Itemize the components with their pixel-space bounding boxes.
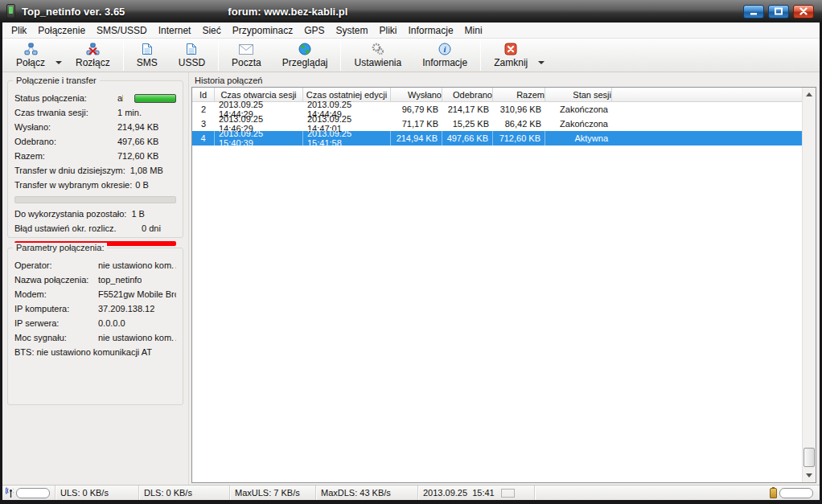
connection-transfer-title: Połączenie i transfer [13, 76, 100, 85]
exit-button[interactable]: Zamknij [483, 39, 538, 72]
column-header-total[interactable]: Razem [493, 88, 545, 101]
menu-system[interactable]: System [331, 23, 374, 38]
exit-icon [504, 43, 517, 56]
menu-informacje[interactable]: Informacje [403, 23, 459, 38]
battery-segment [770, 486, 820, 500]
connection-transfer-group: Połączenie i transfer Status połączenia:… [7, 80, 183, 238]
datetime-segment: 2013.09.25 15:41 [418, 486, 535, 500]
settings-button[interactable]: Ustawienia [343, 39, 412, 72]
connection-params-title: Parametry połączenia: [13, 243, 107, 252]
minimize-icon [749, 8, 758, 15]
phone-app-icon [6, 4, 15, 18]
disconnect-icon [86, 43, 100, 56]
menu-przypominacz[interactable]: Przypominacz [227, 23, 298, 38]
uls-segment: ULS: 0 KB/s [55, 486, 139, 500]
stat-row-billing-error: Błąd ustawień okr. rozlicz. 0 dni [14, 221, 176, 236]
status-indicator [134, 94, 176, 103]
exit-label: Zamknij [494, 57, 528, 68]
stat-row-received: Odebrano: 497,66 KB [14, 134, 176, 149]
poland-flag-icon [501, 489, 515, 498]
stat-row-today-transfer: Transfer w dniu dzisiejszym: 1,08 MB [14, 163, 176, 178]
stat-row-total: Razem: 712,60 KB [14, 149, 176, 163]
connect-button[interactable]: Połącz [6, 39, 55, 72]
exit-dropdown[interactable] [538, 39, 548, 72]
toolbar-separator [218, 39, 219, 71]
param-row-modem: Modem: F5521gw Mobile Broadba [14, 287, 176, 301]
disconnect-button[interactable]: Rozłącz [65, 39, 121, 72]
param-row-connection-name: Nazwa połączenia: top_netinfo [14, 272, 176, 287]
history-panel: Historia połączeń Id Czas otwarcia sesji… [189, 72, 820, 485]
ussd-label: USSD [179, 57, 205, 68]
param-row-signal: Moc sygnału: nie ustawiono kom. AT [14, 330, 176, 345]
triangle-down-icon [806, 473, 812, 477]
info-button[interactable]: i Informacje [412, 39, 478, 72]
ussd-document-icon [186, 43, 197, 56]
chevron-down-icon [55, 61, 62, 64]
maxdls-segment: MaxDLS: 43 KB/s [316, 486, 418, 500]
maximize-button[interactable] [768, 5, 789, 18]
close-button[interactable] [793, 5, 814, 18]
connect-label: Połącz [16, 57, 45, 68]
menu-gps[interactable]: GPS [298, 23, 330, 38]
globe-icon [298, 43, 311, 56]
column-header-id[interactable]: Id [192, 88, 215, 101]
column-header-state[interactable]: Stan sesji [545, 88, 612, 101]
toolbar-separator [123, 39, 124, 71]
menu-sms-ussd[interactable]: SMS/USSD [91, 23, 153, 38]
param-row-computer-ip: IP komputera: 37.209.138.12 [14, 301, 176, 316]
toolbar: Połącz Rozłącz SMS USSD [2, 39, 820, 72]
history-title: Historia połączeń [191, 74, 816, 87]
connect-icon [24, 43, 38, 56]
usage-progress-bar [14, 196, 176, 203]
sms-document-icon [142, 43, 153, 56]
signal-segment [2, 486, 55, 500]
connection-sidebar: Połączenie i transfer Status połączenia:… [2, 72, 189, 485]
statusbar: ULS: 0 KB/s DLS: 0 KB/s MaxULS: 7 KB/s M… [2, 485, 820, 500]
table-row-selected[interactable]: 4 2013.09.25 15:40:39 2013.09.25 15:41:5… [192, 131, 802, 145]
connect-dropdown[interactable] [55, 39, 65, 72]
menu-siec[interactable]: Sieć [196, 23, 226, 38]
titlebar: Top_netinfo ver. 3.65 forum: www.bez-kab… [0, 0, 822, 23]
mail-icon [239, 43, 253, 56]
minimize-button[interactable] [743, 5, 764, 18]
stat-row-remaining: Do wykorzystania pozostało: 1 B [14, 207, 176, 221]
menu-pliki[interactable]: Pliki [374, 23, 403, 38]
stat-row-period-transfer: Transfer w wybranym okresie: 0 B [14, 178, 176, 192]
menubar: Plik Połączenie SMS/USSD Internet Sieć P… [2, 23, 820, 39]
chevron-down-icon [538, 61, 545, 64]
battery-value-box [779, 488, 813, 498]
disconnect-label: Rozłącz [76, 57, 110, 68]
signal-value-box [16, 488, 50, 498]
param-row-operator: Operator: nie ustawiono kom. AT [14, 258, 176, 272]
browse-label: Przeglądaj [282, 57, 328, 68]
gears-icon [371, 43, 384, 56]
column-header-sent[interactable]: Wysłano [391, 88, 442, 101]
stat-row-status: Status połączenia: aktywne. [14, 91, 176, 105]
close-icon [799, 7, 808, 15]
window-title: Top_netinfo ver. 3.65 [22, 6, 125, 18]
window-subtitle: forum: www.bez-kabli.pl [228, 6, 347, 18]
sms-button[interactable]: SMS [126, 39, 168, 72]
dls-segment: DLS: 0 KB/s [139, 486, 230, 500]
toolbar-separator [340, 39, 341, 71]
app-window: Top_netinfo ver. 3.65 forum: www.bez-kab… [0, 0, 822, 504]
maximize-icon [774, 7, 783, 15]
ussd-button[interactable]: USSD [168, 39, 216, 72]
menu-internet[interactable]: Internet [153, 23, 197, 38]
mail-button[interactable]: Poczta [221, 39, 272, 72]
menu-plik[interactable]: Plik [6, 23, 32, 38]
toolbar-separator [480, 39, 481, 71]
menu-mini[interactable]: Mini [459, 23, 488, 38]
scrollbar-thumb[interactable] [804, 448, 815, 467]
browse-button[interactable]: Przeglądaj [272, 39, 339, 72]
param-row-server-ip: IP serwera: 0.0.0.0 [14, 316, 176, 330]
statusbar-spacer [535, 486, 770, 500]
menu-polaczenie[interactable]: Połączenie [32, 23, 91, 38]
antenna-icon [6, 487, 14, 498]
scroll-down-button[interactable] [803, 469, 816, 482]
vertical-scrollbar[interactable] [802, 88, 816, 482]
settings-label: Ustawienia [354, 57, 401, 68]
column-header-received[interactable]: Odebrano [442, 88, 493, 101]
scroll-up-button[interactable] [803, 88, 816, 101]
mail-label: Poczta [232, 57, 261, 68]
